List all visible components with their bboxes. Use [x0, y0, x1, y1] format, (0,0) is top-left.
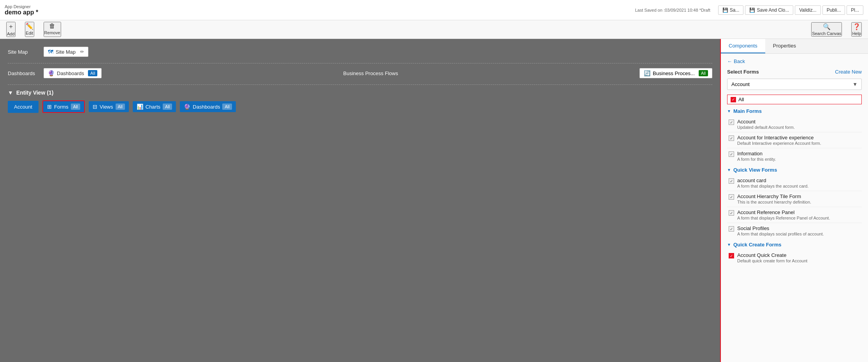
back-button[interactable]: ← Back: [727, 58, 745, 64]
search-canvas-button[interactable]: 🔍 Search Canvas: [811, 22, 842, 37]
bpf-node[interactable]: 🔄 Business Proces... All: [640, 68, 712, 78]
bpf-all-tag: All: [699, 70, 708, 76]
save-close-icon: 💾: [749, 7, 755, 13]
entity-view-header: ▼ Entity View (1): [8, 90, 712, 96]
remove-icon: 🗑: [49, 23, 55, 30]
form-checkbox[interactable]: ✓: [729, 253, 734, 258]
form-checkbox[interactable]: [729, 210, 734, 216]
form-checkbox[interactable]: [729, 119, 734, 125]
validate-button[interactable]: Validiz...: [795, 5, 821, 15]
list-item: Information A form for this entity.: [727, 148, 862, 164]
account-button[interactable]: Account: [8, 101, 39, 113]
main-forms-section-header[interactable]: ▼ Main Forms: [727, 108, 862, 114]
cmd-left: ＋ Add ✏️ Edit 🗑 Remove: [6, 22, 61, 37]
add-button[interactable]: ＋ Add: [6, 22, 16, 37]
entity-dashboards-node[interactable]: 🔮 Dashboards All: [180, 101, 235, 112]
play-button[interactable]: Pl...: [847, 5, 863, 15]
select-forms-header: Select Forms Create New: [727, 69, 862, 75]
sitemap-icon: 🗺: [48, 49, 53, 55]
form-checkbox[interactable]: [729, 226, 734, 232]
right-panel: Components Properties ← Back Select Form…: [720, 39, 868, 362]
search-icon: 🔍: [823, 23, 831, 30]
publish-button[interactable]: Publi...: [822, 5, 845, 15]
main-layout: Site Map 🗺 Site Map ✏ Dashboards 🔮 Dashb…: [0, 39, 868, 362]
help-button[interactable]: ❓ Help: [851, 22, 862, 37]
forms-icon: ⊞: [47, 104, 52, 110]
form-desc: Updated default Account form.: [737, 125, 860, 130]
sitemap-row: Site Map 🗺 Site Map ✏: [8, 47, 712, 57]
sitemap-edit-button[interactable]: ✏: [80, 49, 84, 54]
list-item: ✓ Account Quick Create Default quick cre…: [727, 250, 862, 265]
entity-view-label: Entity View (1): [16, 90, 53, 96]
entity-view-row: Account ⊞ Forms All ⊟ Views All 📊 Charts…: [8, 100, 712, 113]
form-name: Account Quick Create: [737, 252, 860, 258]
form-desc: Default quick create form for Account: [737, 258, 860, 263]
views-node[interactable]: ⊟ Views All: [89, 101, 129, 112]
main-forms-list: Account Updated default Account form. Ac…: [727, 116, 862, 164]
form-checkbox[interactable]: [729, 178, 734, 184]
edit-button[interactable]: ✏️ Edit: [25, 22, 34, 37]
tab-components[interactable]: Components: [721, 39, 765, 53]
list-item: Social Profiles A form that displays soc…: [727, 223, 862, 239]
charts-node[interactable]: 📊 Charts All: [133, 101, 176, 112]
save-close-button[interactable]: 💾 Save And Clo...: [745, 5, 793, 15]
quick-view-section-header[interactable]: ▼ Quick View Forms: [727, 167, 862, 173]
bpf-label: Business Process Flows: [106, 70, 635, 76]
quick-view-forms-list: account card A form that displays the ac…: [727, 175, 862, 239]
entity-dashboards-all-tag: All: [222, 104, 232, 110]
form-desc: Default Interactive experience Account f…: [737, 141, 860, 146]
charts-icon: 📊: [137, 104, 143, 110]
save-button[interactable]: 💾 Sa...: [718, 5, 744, 15]
panel-content: ← Back Select Forms Create New Account ▼…: [721, 54, 868, 362]
app-name: demo app *: [5, 9, 38, 16]
back-arrow-icon: ←: [727, 58, 732, 64]
form-checkbox[interactable]: [729, 135, 734, 141]
bpf-icon: 🔄: [644, 70, 650, 76]
entity-dashboards-icon: 🔮: [184, 104, 190, 110]
main-forms-chevron: ▼: [727, 109, 731, 113]
list-item: Account for Interactive experience Defau…: [727, 132, 862, 148]
all-checkbox-row: ✓ All: [727, 95, 862, 104]
create-new-link[interactable]: Create New: [835, 69, 862, 75]
form-name: Social Profiles: [737, 225, 860, 231]
form-desc: A form for this entity.: [737, 157, 860, 162]
tab-properties[interactable]: Properties: [765, 39, 804, 53]
entity-chevron: ▼: [8, 90, 13, 96]
dashboards-node[interactable]: 🔮 Dashboards All: [44, 68, 102, 78]
form-desc: A form that displays Reference Panel of …: [737, 216, 860, 220]
sitemap-label: Site Map: [8, 49, 39, 55]
save-info: Last Saved on :03/09/2021 10:48 *Draft: [635, 8, 710, 12]
save-icon: 💾: [722, 7, 728, 13]
chevron-down-icon: ▼: [852, 81, 857, 87]
views-icon: ⊟: [93, 104, 97, 110]
canvas-area: Site Map 🗺 Site Map ✏ Dashboards 🔮 Dashb…: [0, 39, 720, 362]
form-checkbox[interactable]: [729, 151, 734, 157]
dashboards-icon: 🔮: [48, 70, 54, 76]
all-checkbox[interactable]: ✓: [731, 97, 736, 102]
form-desc: This is the account hierarchy definition…: [737, 200, 860, 204]
quick-view-chevron: ▼: [727, 168, 731, 172]
form-checkbox[interactable]: [729, 194, 734, 200]
account-dropdown[interactable]: Account ▼: [727, 79, 862, 90]
form-name: Account Reference Panel: [737, 209, 860, 215]
quick-create-section-header[interactable]: ▼ Quick Create Forms: [727, 242, 862, 248]
sitemap-node[interactable]: 🗺 Site Map ✏: [44, 47, 88, 57]
app-label: App Designer: [5, 4, 38, 9]
divider-1: [8, 63, 712, 63]
list-item: account card A form that displays the ac…: [727, 175, 862, 191]
form-name: Information: [737, 151, 860, 156]
quick-create-chevron: ▼: [727, 243, 731, 247]
divider-2: [8, 84, 712, 85]
forms-node[interactable]: ⊞ Forms All: [42, 100, 85, 113]
list-item: Account Updated default Account form.: [727, 116, 862, 132]
quick-create-forms-list: ✓ Account Quick Create Default quick cre…: [727, 250, 862, 265]
all-checkbox-label: All: [738, 97, 744, 102]
help-icon: ❓: [853, 23, 861, 30]
form-name: account card: [737, 177, 860, 183]
title-bar: App Designer demo app * Last Saved on :0…: [0, 0, 868, 20]
remove-button[interactable]: 🗑 Remove: [44, 22, 61, 37]
command-bar: ＋ Add ✏️ Edit 🗑 Remove 🔍 Search Canvas ❓…: [0, 20, 868, 39]
dashboards-all-tag: All: [88, 70, 97, 76]
title-bar-right: Last Saved on :03/09/2021 10:48 *Draft 💾…: [635, 5, 864, 15]
form-desc: A form that displays social profiles of …: [737, 232, 860, 236]
